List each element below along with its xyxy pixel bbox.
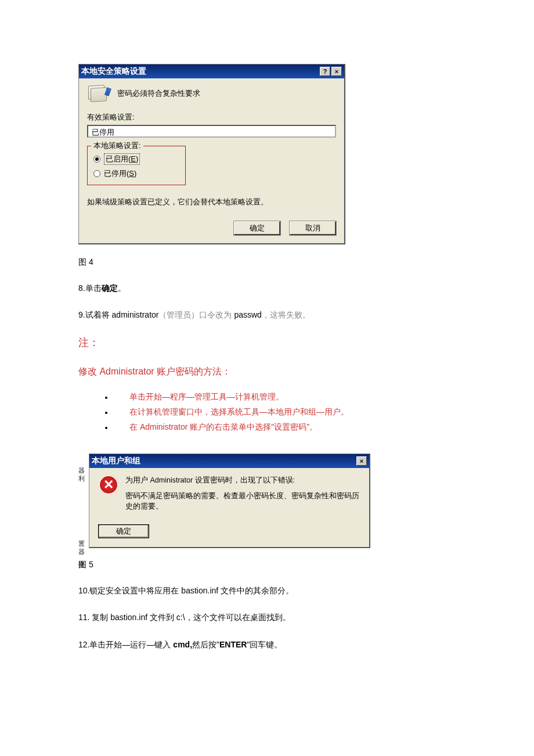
bg-fragment: 储 [78,560,85,568]
policy-icon [87,84,110,103]
policy-name: 密码必须符合复杂性要求 [117,88,200,99]
effective-value: 已停用 [87,125,336,138]
radio-enabled-row[interactable]: 已启用(E) [93,153,179,165]
dialog-button-row: 确定 取消 [87,221,336,235]
radio-disabled[interactable] [93,170,100,177]
security-policy-dialog: 本地安全策略设置 ? × 密码必须符合复杂性要求 有效策略设置: 已停用 本地策… [78,64,345,244]
radio-enabled[interactable] [93,156,100,163]
error-line-1: 为用户 Administrator 设置密码时，出现了以下错误: [125,475,360,486]
list-item: 在 Administrator 账户的右击菜单中选择"设置密码"。 [113,422,456,433]
step-11: 11. 复制 bastion.inf 文件到 c:\，这个文件可以在桌面找到。 [78,611,456,624]
error-text: 为用户 Administrator 设置密码时，出现了以下错误: 密码不满足密码… [125,475,360,517]
list-item: 在计算机管理窗口中，选择系统工具—本地用户和组—用户。 [113,407,456,417]
note-heading: 注： [78,336,456,350]
bg-fragment: 器利 [78,466,85,483]
step-10: 10.锁定安全设置中将应用在 bastion.inf 文件中的其余部分。 [78,584,456,597]
dialog-titlebar: 本地用户和组 × [89,454,369,468]
dialog-title: 本地用户和组 [92,456,355,466]
domain-policy-note: 如果域级策略设置已定义，它们会替代本地策略设置。 [87,197,336,207]
dialog-title: 本地安全策略设置 [81,66,319,77]
figure-5-container: 器利 置器 储 本地用户和组 × ✕ 为用户 Administrator 设置密… [78,453,456,548]
method-steps-list: 单击开始—程序—管理工具—计算机管理。 在计算机管理窗口中，选择系统工具—本地用… [78,392,456,433]
cancel-button[interactable]: 取消 [290,221,336,235]
radio-disabled-label: 已停用(S) [104,168,136,179]
local-policy-legend: 本地策略设置: [91,141,143,151]
dialog-body: 密码必须符合复杂性要求 有效策略设置: 已停用 本地策略设置: 已启用(E) 已… [79,78,344,243]
figure-5-caption: 图 5 [78,560,456,570]
policy-header-row: 密码必须符合复杂性要求 [87,84,336,103]
local-policy-group: 本地策略设置: 已启用(E) 已停用(S) [87,146,186,185]
close-button[interactable]: × [331,67,342,76]
radio-disabled-row[interactable]: 已停用(S) [93,168,179,179]
step-8: 8.单击确定。 [78,282,456,294]
effective-label: 有效策略设置: [87,112,336,123]
dialog-titlebar: 本地安全策略设置 ? × [79,64,344,78]
dialog-body: ✕ 为用户 Administrator 设置密码时，出现了以下错误: 密码不满足… [89,468,369,547]
ok-button[interactable]: 确定 [234,221,280,235]
error-icon: ✕ [99,475,118,495]
close-button[interactable]: × [356,456,367,466]
step-12: 12.单击开始—运行—键入 cmd,然后按"ENTER"回车键。 [78,638,456,651]
bg-fragment: 置器 [78,539,85,556]
radio-enabled-label: 已启用(E) [104,153,140,165]
ok-button[interactable]: 确定 [99,525,149,538]
list-item: 单击开始—程序—管理工具—计算机管理。 [113,392,456,402]
step-9: 9.试着将 administrator（管理员）口令改为 passwd，这将失败… [78,308,456,321]
figure-4-container: 本地安全策略设置 ? × 密码必须符合复杂性要求 有效策略设置: 已停用 本地策… [78,64,456,244]
help-button[interactable]: ? [320,67,330,76]
figure-4-caption: 图 4 [78,257,456,268]
error-line-2: 密码不满足密码策略的需要。检查最小密码长度、密码复杂性和密码历史的需要。 [125,491,360,513]
error-dialog: 本地用户和组 × ✕ 为用户 Administrator 设置密码时，出现了以下… [89,453,370,548]
method-heading: 修改 Administrator 账户密码的方法： [78,366,456,378]
